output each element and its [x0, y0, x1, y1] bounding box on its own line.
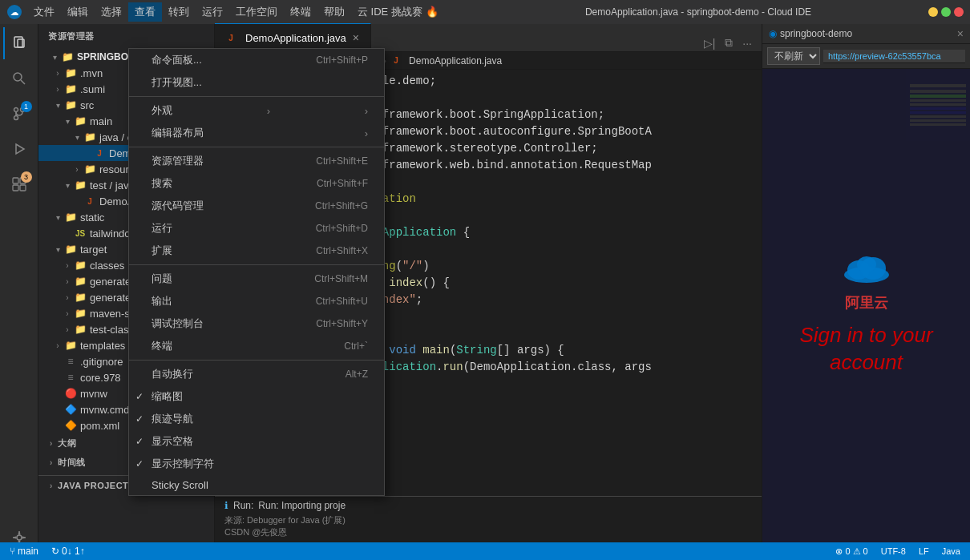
- tab-demoapplication[interactable]: J DemoApplication.java ×: [215, 23, 371, 51]
- svg-rect-14: [20, 185, 26, 191]
- tree-label: mvnw: [80, 388, 107, 400]
- svg-point-4: [14, 73, 22, 81]
- tree-label: templates: [80, 340, 125, 352]
- sync-icon: ↻: [51, 546, 59, 557]
- menu-run-view[interactable]: 运行 Ctrl+Shift+D: [129, 217, 384, 240]
- view-dropdown-menu: 命令面板... Ctrl+Shift+P 打开视图... 外观 › 编辑器布局 …: [128, 48, 385, 496]
- status-errors[interactable]: ⊗ 0 ⚠ 0: [832, 546, 871, 557]
- spacer: ›: [80, 147, 93, 159]
- tree-label: target: [80, 244, 107, 256]
- minimap: [906, 69, 970, 141]
- status-language[interactable]: Java: [939, 546, 964, 556]
- menu-shortcut: Ctrl+Shift+P: [297, 54, 368, 66]
- menu-label: 编辑器布局: [152, 126, 204, 140]
- menu-search[interactable]: 搜索 Ctrl+Shift+F: [129, 172, 384, 195]
- svg-marker-10: [16, 144, 24, 154]
- menu-run[interactable]: 运行: [196, 2, 229, 22]
- menu-label: 外观: [152, 103, 172, 118]
- menu-explorer[interactable]: 资源管理器 Ctrl+Shift+E: [129, 150, 384, 172]
- status-eol[interactable]: LF: [915, 546, 932, 556]
- tree-label: src: [80, 99, 94, 111]
- search-activity-icon[interactable]: [3, 62, 35, 95]
- tree-label: .sumi: [80, 83, 105, 95]
- menu-word-wrap[interactable]: 自动换行 Alt+Z: [129, 363, 384, 385]
- folder-icon: 📁: [74, 291, 87, 304]
- menu-open-view[interactable]: 打开视图...: [129, 71, 384, 94]
- menu-breadcrumbs[interactable]: ✓ 痕迹导航: [129, 408, 384, 430]
- menu-appearance[interactable]: 外观 ›: [129, 99, 384, 122]
- run-activity-icon[interactable]: [3, 133, 35, 165]
- browser-url-bar[interactable]: https://preview-62c53557bca: [823, 50, 965, 63]
- menu-label: 问题: [152, 272, 172, 286]
- language-label: Java: [942, 546, 960, 556]
- config-file-icon: ≡: [64, 371, 77, 384]
- tab-close-button[interactable]: ×: [351, 30, 361, 46]
- warning-count: 0: [863, 546, 868, 556]
- menu-goto[interactable]: 转到: [162, 2, 196, 22]
- menu-terminal-view[interactable]: 终端 Ctrl+`: [129, 335, 384, 357]
- run-text: Run: Importing proje: [258, 500, 346, 511]
- more-actions-button[interactable]: ···: [739, 35, 755, 51]
- chevron-right-icon: ›: [61, 291, 74, 304]
- status-encoding[interactable]: UTF-8: [878, 546, 909, 556]
- extensions-activity-icon[interactable]: 3: [3, 168, 35, 200]
- check-icon: ✓: [135, 391, 143, 402]
- run-split-button[interactable]: ▷|: [701, 35, 719, 51]
- menu-output[interactable]: 输出 Ctrl+Shift+U: [129, 290, 384, 312]
- browser-preview: 阿里云 Sign in to your account: [762, 69, 970, 560]
- menu-show-control-chars[interactable]: ✓ 显示控制字符: [129, 453, 384, 475]
- spacer: ›: [51, 387, 64, 400]
- debug-text: 来源: Debugger for Java (扩展): [224, 514, 752, 526]
- window-minimize[interactable]: [928, 7, 938, 17]
- svg-rect-11: [13, 178, 18, 183]
- menu-debug-console[interactable]: 调试控制台 Ctrl+Shift+Y: [129, 312, 384, 335]
- window-title: DemoApplication.java - springboot-demo -…: [475, 6, 922, 18]
- mvnwcmd-file-icon: 🔷: [64, 403, 77, 416]
- tree-label: classes: [90, 260, 124, 272]
- svg-rect-3: [18, 39, 24, 47]
- status-sync[interactable]: ↻ 0↓ 1↑: [48, 546, 88, 557]
- status-branch[interactable]: ⑂ main: [6, 546, 42, 557]
- source-control-activity-icon[interactable]: 1: [3, 98, 35, 130]
- menu-problems[interactable]: 问题 Ctrl+Shift+M: [129, 268, 384, 290]
- menu-challenge[interactable]: 云 IDE 挑战赛 🔥: [351, 2, 445, 22]
- split-editor-button[interactable]: ⧉: [721, 34, 736, 51]
- menu-sep-1: [129, 96, 384, 97]
- tree-label: pom.xml: [80, 420, 119, 432]
- refresh-dropdown[interactable]: 不刷新: [767, 47, 820, 65]
- menu-scm[interactable]: 源代码管理 Ctrl+Shift+G: [129, 195, 384, 217]
- menu-command-palette[interactable]: 命令面板... Ctrl+Shift+P: [129, 49, 384, 71]
- chevron-right-icon: ›: [61, 275, 74, 288]
- status-bar: ⑂ main ↻ 0↓ 1↑ ⊗ 0 ⚠ 0 UTF-8 LF Java: [0, 542, 970, 560]
- menu-file[interactable]: 文件: [27, 2, 61, 22]
- spacer: ›: [71, 195, 83, 207]
- menu-select[interactable]: 选择: [95, 2, 128, 22]
- menu-show-whitespace[interactable]: ✓ 显示空格: [129, 430, 384, 453]
- menu-label: 扩展: [152, 244, 172, 258]
- menu-help[interactable]: 帮助: [317, 2, 351, 22]
- preview-content: 阿里云 Sign in to your account: [762, 236, 970, 393]
- breadcrumb-file[interactable]: DemoApplication.java: [409, 55, 502, 66]
- menu-terminal[interactable]: 终端: [284, 2, 317, 22]
- folder-icon: 📁: [64, 339, 77, 352]
- menu-minimap[interactable]: ✓ 缩略图: [129, 385, 384, 408]
- status-right: ⊗ 0 ⚠ 0 UTF-8 LF Java: [832, 546, 964, 557]
- menu-edit[interactable]: 编辑: [61, 2, 95, 22]
- window-maximize[interactable]: [941, 7, 951, 17]
- menu-workspace[interactable]: 工作空间: [229, 2, 284, 22]
- menu-view[interactable]: 查看: [128, 2, 162, 22]
- tree-label: .mvn: [80, 67, 103, 79]
- folder-icon: 📁: [64, 83, 77, 95]
- menu-extensions[interactable]: 扩展 Ctrl+Shift+X: [129, 240, 384, 262]
- menu-label: 源代码管理: [152, 199, 204, 213]
- panel-close-button[interactable]: ×: [957, 27, 964, 40]
- svg-point-15: [17, 535, 22, 540]
- sign-in-text: Sign in to your account: [778, 322, 954, 377]
- window-close[interactable]: [954, 7, 964, 17]
- tree-label: static: [80, 212, 104, 224]
- menu-sticky-scroll[interactable]: Sticky Scroll: [129, 475, 384, 495]
- menu-sep-2: [129, 147, 384, 147]
- menu-editor-layout[interactable]: 编辑器布局 ›: [129, 122, 384, 144]
- files-activity-icon[interactable]: [3, 27, 35, 59]
- menu-shortcut: Alt+Z: [326, 369, 368, 380]
